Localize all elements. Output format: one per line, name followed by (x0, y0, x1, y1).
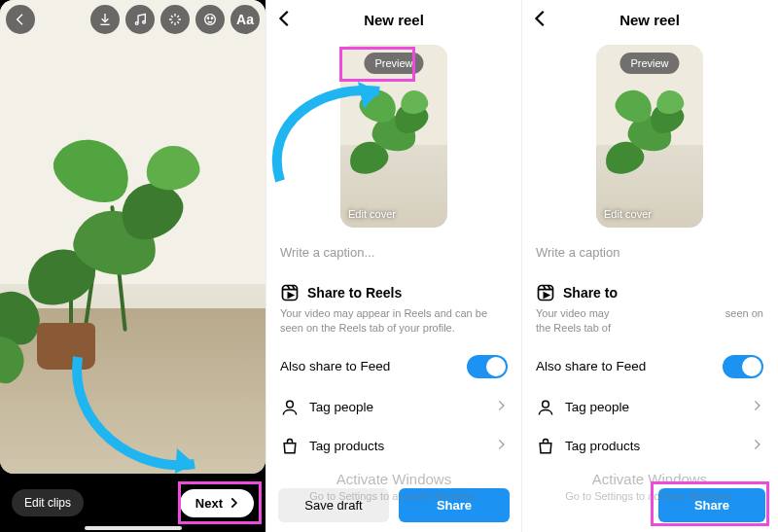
header: New reel (266, 0, 521, 39)
svg-point-4 (211, 18, 212, 18)
svg-marker-11 (544, 293, 548, 298)
feed-toggle[interactable] (467, 355, 508, 378)
new-reel-panel: New reel Preview Edit cover Write a capt… (265, 0, 521, 532)
next-button[interactable]: Next (180, 489, 254, 517)
svg-point-0 (135, 22, 138, 25)
cover-thumbnail[interactable]: Preview Edit cover (596, 45, 703, 228)
reels-icon (280, 283, 300, 302)
svg-point-2 (205, 15, 216, 25)
footer-actions: Save draft Share (266, 488, 521, 522)
page-title: New reel (364, 12, 424, 28)
bag-icon (280, 437, 300, 456)
cover-thumbnail[interactable]: Preview Edit cover (340, 45, 447, 228)
tag-products-row[interactable]: Tag products (536, 427, 763, 466)
back-icon[interactable] (274, 8, 296, 33)
share-button[interactable]: Share (658, 488, 765, 522)
chevron-right-icon (750, 399, 763, 415)
video-preview (0, 0, 265, 474)
svg-point-1 (143, 20, 146, 23)
header: New reel (522, 0, 777, 39)
next-button-label: Next (195, 496, 223, 511)
also-share-to-feed-row: Also share to Feed (280, 345, 508, 388)
person-icon (536, 398, 555, 417)
svg-marker-8 (288, 293, 293, 298)
share-to-reels-header: Share to Reels (280, 271, 508, 302)
editor-panel: Aa Edit clips Next (0, 0, 265, 532)
preview-button[interactable]: Preview (364, 53, 423, 74)
edit-clips-button[interactable]: Edit clips (12, 489, 84, 516)
effects-icon[interactable] (160, 5, 190, 34)
preview-button[interactable]: Preview (619, 53, 679, 74)
caption-input[interactable]: Write a caption (522, 228, 777, 271)
share-to-desc: Your video may the Reels tab ofseen on (536, 302, 763, 345)
also-share-to-feed-row: Also share to Feed (536, 345, 763, 388)
save-draft-button[interactable]: Save draft (278, 488, 389, 522)
text-icon[interactable]: Aa (230, 5, 260, 34)
chevron-right-icon (750, 438, 763, 454)
back-icon[interactable] (530, 8, 551, 33)
share-to-header: Share to (536, 271, 763, 302)
home-indicator (85, 526, 182, 530)
chevron-right-icon (494, 399, 508, 415)
download-icon[interactable] (90, 5, 120, 34)
svg-point-9 (287, 401, 294, 408)
music-icon[interactable] (125, 5, 155, 34)
share-button[interactable]: Share (399, 488, 510, 522)
tag-products-row[interactable]: Tag products (280, 427, 508, 466)
feed-toggle[interactable] (723, 355, 763, 378)
svg-point-3 (207, 18, 208, 18)
chevron-right-icon (494, 438, 508, 454)
reels-icon (536, 283, 555, 302)
editor-top-toolbar: Aa (0, 0, 265, 39)
sticker-icon[interactable] (195, 5, 225, 34)
edit-cover-button[interactable]: Edit cover (348, 208, 396, 220)
person-icon (280, 398, 300, 417)
caption-input[interactable]: Write a caption... (266, 228, 521, 271)
tag-people-row[interactable]: Tag people (280, 388, 508, 427)
footer-actions: Share (522, 488, 777, 522)
bag-icon (536, 437, 555, 456)
new-reel-panel-share: New reel Preview Edit cover Write a capt… (521, 0, 777, 532)
page-title: New reel (619, 12, 680, 28)
edit-cover-button[interactable]: Edit cover (604, 208, 652, 220)
back-icon[interactable] (6, 5, 35, 34)
tag-people-row[interactable]: Tag people (536, 388, 763, 427)
editor-bottom-bar: Edit clips Next (0, 474, 265, 532)
svg-point-12 (543, 401, 549, 408)
share-to-reels-desc: Your video may appear in Reels and can b… (280, 302, 508, 345)
